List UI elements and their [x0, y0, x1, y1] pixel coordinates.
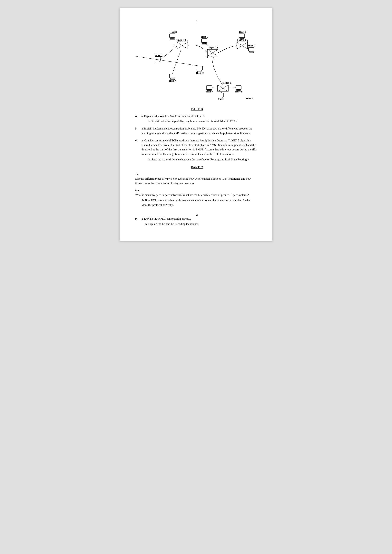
svg-text:1: 1 [214, 87, 215, 90]
question-6: 6. a. Consider an instance of TCP's Addi… [135, 138, 259, 162]
svg-rect-19 [170, 79, 175, 80]
svg-rect-21 [202, 39, 207, 42]
page-number-bottom: 2 [135, 213, 259, 216]
svg-text:Host C: Host C [155, 54, 162, 57]
svg-rect-47 [249, 52, 254, 53]
q8a-text: What is meant by peer-to-peer networks? … [135, 193, 249, 196]
svg-text:2: 2 [187, 48, 188, 51]
svg-text:0: 0 [217, 85, 217, 88]
svg-rect-1 [169, 34, 175, 38]
q7-num: . a. [135, 172, 142, 177]
svg-text:2: 2 [209, 47, 210, 49]
svg-text:4: 4 [207, 56, 208, 58]
svg-text:Host A: Host A [169, 79, 177, 82]
svg-text:3: 3 [235, 44, 236, 46]
q8-num: 8 a. [135, 188, 143, 193]
svg-rect-70 [218, 93, 224, 97]
q6-num: 6. [135, 138, 141, 143]
svg-rect-45 [249, 47, 254, 51]
svg-rect-61 [206, 86, 212, 90]
svg-text:Host H: Host H [196, 71, 204, 75]
svg-rect-17 [169, 74, 175, 78]
page-number-top: 1 [135, 20, 259, 23]
question-8: 8 a. What is meant by peer-to-peer netwo… [135, 188, 259, 207]
svg-text:Host E: Host E [201, 35, 208, 38]
svg-rect-3 [170, 39, 175, 39]
q9-num: 9. [135, 216, 141, 221]
svg-text:Host G: Host G [248, 44, 256, 47]
q4a-text: a. Explain Silly Window Syndrome and sol… [141, 114, 205, 118]
q4b-text: b. Explain with the help of diagram, how… [148, 119, 259, 124]
svg-text:2: 2 [237, 40, 238, 42]
q8b-text: b. If an RTP message arrives with a sequ… [142, 198, 252, 207]
svg-line-81 [228, 88, 236, 88]
svg-rect-15 [155, 62, 160, 63]
svg-rect-13 [155, 57, 160, 61]
q5-content: a.Explain hidden and exposed station pro… [141, 126, 259, 135]
svg-text:1: 1 [247, 40, 248, 42]
exam-page: 1 Host D Switch 1 0 1 2 3 Host C [119, 8, 273, 241]
question-7: . a. Discuss different types of VPNs. 6 … [135, 172, 259, 186]
svg-rect-65 [236, 86, 241, 90]
q4-num: 4. [135, 114, 141, 118]
q9a-text: a. Explain the MPEG compression process. [141, 216, 259, 221]
q6b-text: b. State the major difference between Di… [148, 157, 259, 162]
svg-rect-51 [197, 71, 202, 72]
network-diagram: Host D Switch 1 0 1 2 3 Host C Host A [135, 27, 259, 103]
part-b-heading: PART B [135, 107, 259, 111]
svg-line-79 [135, 56, 200, 66]
q6a-text: a. Consider an instance of TCP's Additiv… [141, 139, 257, 156]
svg-line-74 [160, 46, 177, 60]
svg-text:1: 1 [217, 47, 218, 49]
q9b-text: b. Explain the LZ and LZW coding techniq… [146, 222, 259, 226]
svg-text:1: 1 [187, 40, 188, 42]
svg-text:Host F: Host F [239, 30, 246, 33]
svg-rect-34 [239, 34, 245, 38]
part-c-heading: PART C [135, 165, 259, 169]
svg-text:3: 3 [174, 44, 175, 46]
q5-num: 5. [135, 126, 141, 131]
question-4: 4. a. Explain Silly Window Syndrome and … [135, 114, 259, 124]
svg-rect-49 [197, 66, 203, 70]
question-5: 5. a.Explain hidden and exposed station … [135, 126, 259, 135]
svg-text:Host A: Host A [246, 97, 254, 100]
svg-line-75 [172, 49, 181, 74]
svg-text:3: 3 [229, 85, 230, 88]
svg-text:0: 0 [213, 56, 214, 59]
svg-text:Switch 3: Switch 3 [223, 82, 231, 84]
svg-text:Host D: Host D [169, 30, 177, 33]
q7-content: Discuss different types of VPNs. 6 b. De… [135, 177, 252, 186]
question-9: 9. a. Explain the MPEG compression proce… [135, 216, 259, 226]
